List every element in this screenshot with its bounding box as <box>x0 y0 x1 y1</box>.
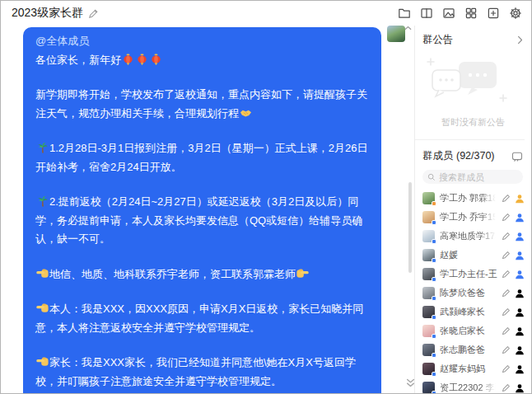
message-paragraph: 地信、地质、地科联系乔宇老师，资工联系郭霖老师 <box>35 265 371 284</box>
titlebar: 2023级家长群 <box>1 1 531 26</box>
edit-member-icon[interactable] <box>502 270 511 279</box>
online-status-badge <box>432 391 436 393</box>
member-row[interactable]: 学工办主任-王老师 <box>415 265 531 284</box>
member-name: 学工办 郭霖18986 <box>440 192 497 204</box>
group-title: 2023级家长群 <box>12 6 83 21</box>
member-avatar <box>422 306 435 318</box>
admin-icon <box>515 251 525 260</box>
edit-member-icon[interactable] <box>502 383 511 392</box>
member-avatar <box>422 287 435 299</box>
folder-icon[interactable] <box>398 7 411 20</box>
mention-all[interactable]: @全体成员 <box>35 35 89 47</box>
edit-member-icon[interactable] <box>502 251 511 260</box>
role-icon <box>515 307 525 317</box>
online-status-badge <box>432 277 436 282</box>
edit-member-icon[interactable] <box>502 345 511 354</box>
message-paragraph: 新学期即将开始，学校发布了返校通知，重点内容如下，请提醒孩子关注天气，规范办理相… <box>35 86 371 123</box>
member-name: 高寒地质学1733646768 <box>440 230 497 242</box>
online-status-badge <box>432 239 436 244</box>
chat-bubble-icon[interactable] <box>511 151 523 162</box>
image-icon[interactable] <box>442 7 455 20</box>
member-name: 学工办 乔宇1597200196 <box>440 211 497 223</box>
members-section-header: 群成员 (92/370) <box>415 140 531 163</box>
online-status-badge <box>432 296 436 301</box>
window-toolbar <box>398 7 522 20</box>
point-left-emoji <box>36 303 49 314</box>
main-area: @全体成员各位家长，新年好新学期即将开始，学校发布了返校通知，重点内容如下，请提… <box>1 26 531 393</box>
app-grid-icon[interactable] <box>464 7 478 20</box>
edit-member-icon[interactable] <box>502 213 511 222</box>
member-name: 张志鹏爸爸 <box>440 344 497 356</box>
edit-member-icon[interactable] <box>502 194 511 203</box>
member-row[interactable]: 学工办 郭霖18986 <box>415 189 531 208</box>
search-input[interactable] <box>439 172 518 182</box>
edit-group-name-icon[interactable] <box>88 8 99 19</box>
message-paragraph: @全体成员各位家长，新年好 <box>35 32 371 69</box>
role-icon <box>515 326 525 336</box>
message-paragraph: 1.2月28日-3月1日报到注册，3月2日（星期一）正式上课，2月26日开始补考… <box>35 139 371 176</box>
chat-scrollbar[interactable] <box>408 182 412 273</box>
member-search[interactable] <box>422 170 523 184</box>
member-name: 赵耀东妈妈 <box>440 363 497 375</box>
admin-icon <box>515 270 525 279</box>
point-left-emoji <box>36 268 49 279</box>
online-status-badge <box>432 334 436 339</box>
message-paragraph: 本人：我是XXX，因XXX原因，申请X月X日返校，家长已知晓并同意，本人将注意返… <box>35 300 371 337</box>
member-avatar <box>422 192 435 204</box>
member-row[interactable]: 赵媛 <box>415 246 531 265</box>
member-avatar <box>422 249 435 261</box>
member-avatar <box>422 325 435 337</box>
member-avatar <box>422 344 435 356</box>
member-name: 陈梦欣爸爸 <box>440 287 497 299</box>
sidebar: 群公告 暂时没有新公告 群 <box>414 26 531 393</box>
point-right-emoji <box>296 268 309 279</box>
admin-icon <box>515 232 525 242</box>
member-row[interactable]: 赵耀东妈妈 <box>415 359 531 378</box>
member-row[interactable]: 陈梦欣爸爸 <box>415 284 531 303</box>
lantern-emoji <box>150 54 162 65</box>
member-name: 武颢峰家长 <box>440 306 497 318</box>
chevron-right-icon[interactable] <box>517 35 523 45</box>
palm-tree-emoji <box>36 195 49 207</box>
member-row[interactable]: 高寒地质学1733646768 <box>415 227 531 246</box>
member-name: 学工办主任-王老师 <box>440 268 497 280</box>
online-status-badge <box>432 372 436 377</box>
member-row[interactable]: 张晓启家长 <box>415 321 531 340</box>
owner-icon <box>515 194 525 204</box>
member-name: 赵媛 <box>440 249 497 261</box>
split-view-icon[interactable] <box>420 7 433 20</box>
edit-member-icon[interactable] <box>502 232 511 241</box>
role-icon <box>515 345 525 355</box>
add-window-icon[interactable] <box>487 7 500 20</box>
member-name: 张晓启家长 <box>440 325 497 337</box>
point-left-emoji <box>36 356 49 368</box>
announcement-message-bubble[interactable]: @全体成员各位家长，新年好新学期即将开始，学校发布了返校通知，重点内容如下，请提… <box>23 27 381 393</box>
online-status-badge <box>432 201 436 206</box>
edit-member-icon[interactable] <box>502 288 511 298</box>
member-avatar <box>422 382 435 393</box>
edit-member-icon[interactable] <box>502 326 511 335</box>
online-status-badge <box>432 220 436 225</box>
palm-tree-emoji <box>36 142 49 153</box>
announcement-section-title: 群公告 <box>422 33 454 47</box>
announcement-section-header[interactable]: 群公告 <box>415 26 531 47</box>
member-row[interactable]: 资工22302 李雨泽 13551876 <box>415 378 531 393</box>
role-icon <box>515 288 525 298</box>
role-icon <box>515 383 525 393</box>
member-avatar <box>422 268 435 280</box>
edit-member-icon[interactable] <box>502 364 511 373</box>
online-status-badge <box>432 353 436 358</box>
member-row[interactable]: 武颢峰家长 <box>415 303 531 321</box>
member-name: 资工22302 李雨泽 13551876 <box>440 382 497 393</box>
sender-avatar[interactable] <box>387 26 405 42</box>
edit-member-icon[interactable] <box>502 307 511 317</box>
chevron-up-icon[interactable] <box>404 26 412 30</box>
search-icon <box>427 173 436 181</box>
member-avatar <box>422 230 435 242</box>
member-row[interactable]: 张志鹏爸爸 <box>415 340 531 359</box>
members-section-title: 群成员 (92/370) <box>422 149 495 163</box>
settings-icon[interactable] <box>509 7 522 20</box>
online-status-badge <box>432 258 436 263</box>
member-row[interactable]: 学工办 乔宇1597200196 <box>415 208 531 227</box>
member-avatar <box>422 211 435 223</box>
